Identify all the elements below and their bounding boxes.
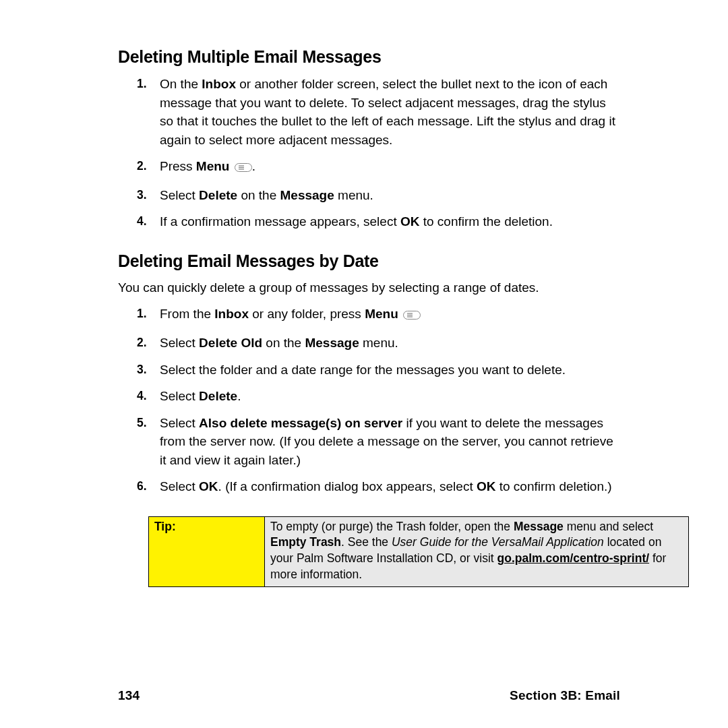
- step: 2Press Menu .: [118, 157, 620, 178]
- menu-icon: [235, 159, 252, 178]
- step-text: Select Also delete message(s) on server …: [160, 416, 613, 467]
- document-page: Deleting Multiple Email Messages 1On the…: [54, 0, 674, 715]
- step: 4Select Delete.: [118, 387, 620, 406]
- section-label: Section 3B: Email: [510, 688, 620, 703]
- tip-body: To empty (or purge) the Trash folder, op…: [265, 516, 689, 587]
- section-deleting-by-date: Deleting Email Messages by Date You can …: [118, 251, 620, 496]
- step: 6Select OK. (If a confirmation dialog bo…: [118, 477, 620, 496]
- steps-deleting-multiple: 1On the Inbox or another folder screen, …: [118, 75, 620, 231]
- step: 2Select Delete Old on the Message menu.: [118, 334, 620, 353]
- section-deleting-multiple: Deleting Multiple Email Messages 1On the…: [118, 47, 620, 231]
- step-text: From the Inbox or any folder, press Menu: [160, 307, 402, 321]
- steps-deleting-by-date: 1From the Inbox or any folder, press Men…: [118, 305, 620, 495]
- step-text: On the Inbox or another folder screen, s…: [160, 77, 615, 147]
- step-text: Select Delete on the Message menu.: [160, 188, 373, 202]
- tip-box: Tip: To empty (or purge) the Trash folde…: [148, 516, 689, 588]
- step-text: Select Delete Old on the Message menu.: [160, 336, 398, 350]
- step-text: If a confirmation message appears, selec…: [160, 214, 553, 229]
- page-number: 134: [118, 688, 140, 703]
- step: 3Select the folder and a date range for …: [118, 361, 620, 380]
- intro-deleting-by-date: You can quickly delete a group of messag…: [118, 279, 620, 297]
- step-text: Select OK. (If a confirmation dialog box…: [160, 479, 612, 493]
- step: 1On the Inbox or another folder screen, …: [118, 75, 620, 149]
- heading-deleting-by-date: Deleting Email Messages by Date: [118, 251, 620, 271]
- tip-link[interactable]: go.palm.com/centro-sprint/: [497, 551, 650, 565]
- step: 1From the Inbox or any folder, press Men…: [118, 305, 620, 326]
- heading-deleting-multiple: Deleting Multiple Email Messages: [118, 47, 620, 67]
- step-text: Press Menu: [160, 159, 233, 173]
- step: 4If a confirmation message appears, sele…: [118, 212, 620, 231]
- menu-icon: [403, 307, 421, 326]
- step: 5Select Also delete message(s) on server…: [118, 414, 620, 470]
- step-text: Select Delete.: [160, 389, 241, 403]
- step-text: Select the folder and a date range for t…: [160, 363, 566, 377]
- step: 3Select Delete on the Message menu.: [118, 186, 620, 205]
- tip-label: Tip:: [149, 516, 265, 587]
